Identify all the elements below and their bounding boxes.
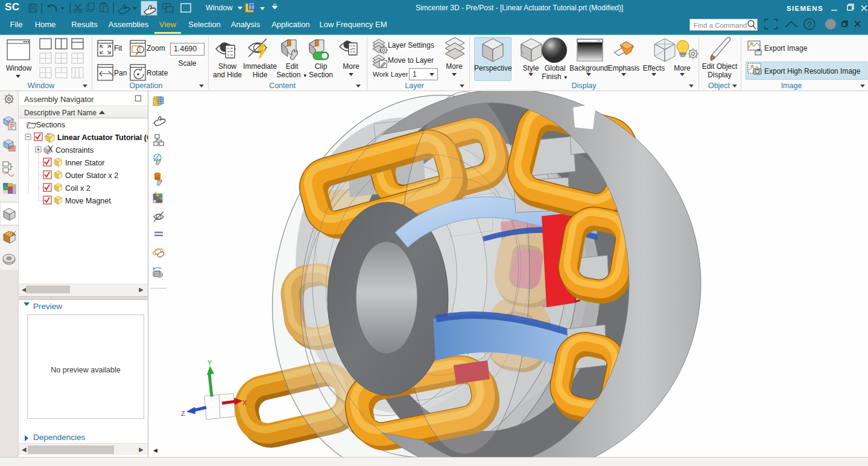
svg-text:Inner Stator: Inner Stator xyxy=(65,159,104,167)
svg-text:Z: Z xyxy=(181,410,185,417)
svg-text:Linear Actuator Tutorial (Or: Linear Actuator Tutorial (Or xyxy=(57,133,148,142)
svg-text:Constraints: Constraints xyxy=(55,146,93,155)
svg-text:Move Magnet: Move Magnet xyxy=(65,197,111,205)
svg-text:Coil x 2: Coil x 2 xyxy=(65,184,90,193)
svg-text:Sections: Sections xyxy=(36,121,65,129)
svg-text:X: X xyxy=(242,399,247,406)
svg-text:Outer Stator x 2: Outer Stator x 2 xyxy=(65,171,118,180)
svg-text:Y: Y xyxy=(207,359,212,366)
